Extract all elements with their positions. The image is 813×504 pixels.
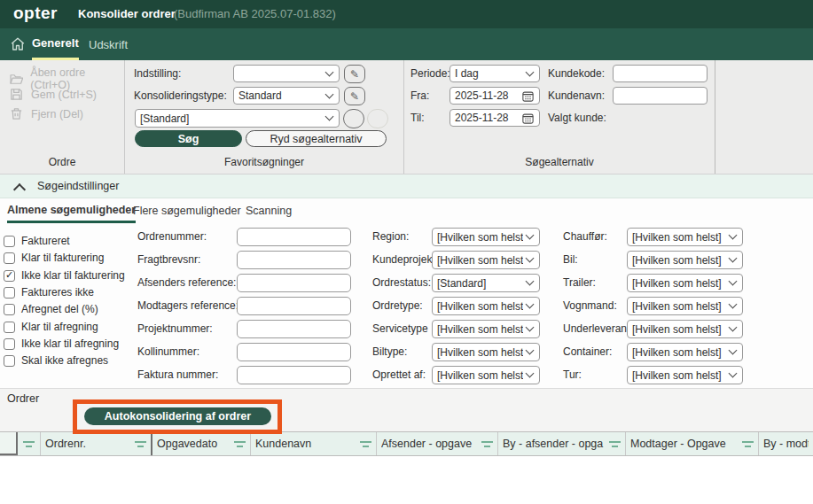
konsolideringstype-value: Standard — [238, 89, 323, 102]
checkbox-ikke-klar-til-fakturering[interactable]: Ikke klar til fakturering — [4, 268, 125, 283]
region-dropdown[interactable]: [Hvilken som helst] — [432, 228, 540, 246]
pencil-icon: ✎ — [350, 90, 359, 103]
ordrenummer-input[interactable] — [237, 228, 351, 246]
sog-button[interactable]: Søg — [135, 130, 242, 147]
underleverandor-dropdown[interactable]: [Hvilken som helst] — [627, 320, 743, 338]
vognmand-dropdown[interactable]: [Hvilken som helst] — [627, 297, 743, 315]
kollinummer-input[interactable] — [237, 343, 351, 361]
filter-icon[interactable] — [609, 440, 621, 448]
fragtbrevsnr-input[interactable] — [237, 251, 351, 269]
fra-date-input[interactable]: 2025-11-28 — [449, 87, 540, 105]
column-modtager-opgave[interactable]: Modtager - Opgave — [626, 432, 759, 455]
ordrer-section-label: Ordrer — [7, 392, 39, 405]
chauffor-dropdown[interactable]: [Hvilken som helst] — [627, 228, 743, 246]
modtagers-reference-input[interactable] — [237, 297, 351, 315]
indstilling-dropdown[interactable] — [233, 65, 340, 82]
checkbox-faktureret[interactable]: Faktureret — [4, 234, 70, 248]
toolbar: Åben ordre (Ctrl+O) Gem (Ctrl+S) Fjern (… — [0, 60, 813, 174]
container-label: Container: — [563, 343, 612, 361]
filter-icon[interactable] — [742, 440, 754, 448]
favorit-action-button-disabled[interactable] — [367, 109, 388, 128]
region-value: [Hvilken som helst] — [437, 231, 523, 244]
checkbox-icon[interactable] — [4, 355, 15, 367]
home-icon[interactable] — [10, 36, 26, 52]
kundenavn-input[interactable] — [613, 87, 707, 105]
delete-button[interactable]: Fjern (Del) — [9, 106, 83, 121]
konsolideringstype-dropdown[interactable]: Standard — [233, 87, 340, 105]
checkbox-icon[interactable] — [4, 322, 15, 333]
calendar-icon[interactable] — [521, 112, 535, 124]
ordretype-dropdown[interactable]: [Hvilken som helst] — [432, 297, 540, 315]
tab-scanning[interactable]: Scanning — [246, 198, 292, 223]
ryd-sogealternativ-button[interactable]: Ryd søgealternativ — [246, 130, 387, 147]
checkbox-klar-til-afregning[interactable]: Klar til afregning — [4, 320, 98, 334]
tur-dropdown[interactable]: [Hvilken som helst] — [627, 366, 743, 384]
filter-icon[interactable] — [135, 440, 146, 448]
checkbox-icon[interactable] — [4, 304, 15, 315]
chauffor-label: Chauffør: — [563, 228, 607, 246]
tab-scanning-label: Scanning — [246, 205, 292, 217]
servicetype-value: [Hvilken som helst] — [437, 323, 523, 336]
biltype-dropdown[interactable]: [Hvilken som helst] — [432, 343, 540, 361]
calendar-icon[interactable] — [521, 89, 535, 102]
bil-dropdown[interactable]: [Hvilken som helst] — [627, 251, 743, 269]
checkbox-icon[interactable] — [4, 287, 15, 299]
column-afsender-opgave[interactable]: Afsender - opgave — [377, 432, 498, 455]
edit-indstilling-button[interactable]: ✎ — [344, 65, 365, 83]
column-by-afsender[interactable]: By - afsender - opga — [498, 432, 626, 455]
projektnummer-input[interactable] — [237, 320, 351, 338]
checkbox-faktureres-ikke[interactable]: Faktureres ikke — [4, 285, 94, 299]
checkbox-klar-til-fakturering[interactable]: Klar til fakturering — [4, 251, 104, 265]
konsolider-ordrer-window: opter Konsolider ordrer (Budfirman AB 20… — [0, 0, 813, 504]
filter-icon[interactable] — [234, 440, 246, 448]
table-corner-cell[interactable] — [0, 432, 18, 455]
chauffor-value: [Hvilken som helst] — [632, 231, 726, 244]
autokonsolidering-button[interactable]: Autokonsolidering af ordrer — [84, 407, 271, 425]
tab-udskrift[interactable]: Udskrift — [89, 28, 128, 60]
ordrestatus-label: Ordrestatus: — [372, 274, 431, 292]
fra-date-value: 2025-11-28 — [455, 89, 519, 102]
edit-konsolideringstype-button[interactable]: ✎ — [344, 87, 365, 105]
checkbox-icon[interactable] — [4, 338, 15, 350]
trailer-dropdown[interactable]: [Hvilken som helst] — [627, 274, 743, 292]
tab-almene-sogemuligheder[interactable]: Almene søgemuligheder — [7, 198, 136, 223]
container-dropdown[interactable]: [Hvilken som helst] — [627, 343, 743, 361]
save-button[interactable]: Gem (Ctrl+S) — [9, 87, 97, 102]
periode-dropdown[interactable]: I dag — [449, 65, 540, 82]
container-value: [Hvilken som helst] — [632, 346, 726, 359]
checkbox-icon[interactable] — [4, 236, 15, 247]
chevron-down-icon — [526, 231, 535, 240]
filter-icon[interactable] — [481, 440, 493, 448]
column-opgavedato[interactable]: Opgavedato — [152, 432, 251, 455]
favorit-search-dropdown[interactable]: [Standard] — [135, 109, 340, 128]
periode-label: Periode: — [410, 65, 450, 82]
checkbox-icon[interactable] — [4, 252, 15, 264]
tab-almene-label: Almene søgemuligheder — [7, 204, 136, 216]
kundekode-input[interactable] — [613, 65, 707, 82]
tab-generelt[interactable]: Generelt — [32, 28, 79, 60]
main-tabbar: Generelt Udskrift — [0, 28, 813, 60]
column-kundenavn[interactable]: Kundenavn — [251, 432, 377, 455]
ordrestatus-dropdown[interactable]: [Standard] — [432, 274, 540, 292]
checkbox-afregnet-del[interactable]: Afregnet del (%) — [4, 302, 98, 316]
tab-flere-sogemuligheder[interactable]: Flere søgemuligheder — [133, 198, 241, 223]
kundeprojekt-dropdown[interactable]: [Hvilken som helst] — [432, 251, 540, 269]
chevron-down-icon — [325, 112, 334, 121]
favorit-action-button[interactable] — [343, 109, 364, 128]
servicetype-dropdown[interactable]: [Hvilken som helst] — [432, 320, 540, 338]
checkbox-skal-ikke-afregnes[interactable]: Skal ikke afregnes — [4, 353, 108, 368]
chevron-up-icon[interactable] — [13, 183, 26, 196]
column-select[interactable] — [18, 432, 41, 455]
checkbox-checked-icon[interactable] — [4, 270, 15, 282]
faktura-nummer-input[interactable] — [237, 366, 351, 384]
filter-icon[interactable] — [360, 440, 371, 448]
chevron-down-icon — [729, 346, 738, 355]
filter-icon[interactable] — [23, 440, 35, 448]
afsenders-reference-input[interactable] — [237, 274, 351, 292]
oprettet-af-dropdown[interactable]: [Hvilken som helst] — [432, 366, 540, 384]
sogeindstillinger-band: Søgeindstillinger — [0, 174, 813, 198]
checkbox-ikke-klar-til-afregning[interactable]: Ikke klar til afregning — [4, 337, 119, 351]
column-by-modtager[interactable]: By - modtage — [759, 432, 813, 455]
til-date-input[interactable]: 2025-11-28 — [449, 109, 540, 127]
column-ordrenr[interactable]: Ordrenr. — [41, 432, 152, 455]
